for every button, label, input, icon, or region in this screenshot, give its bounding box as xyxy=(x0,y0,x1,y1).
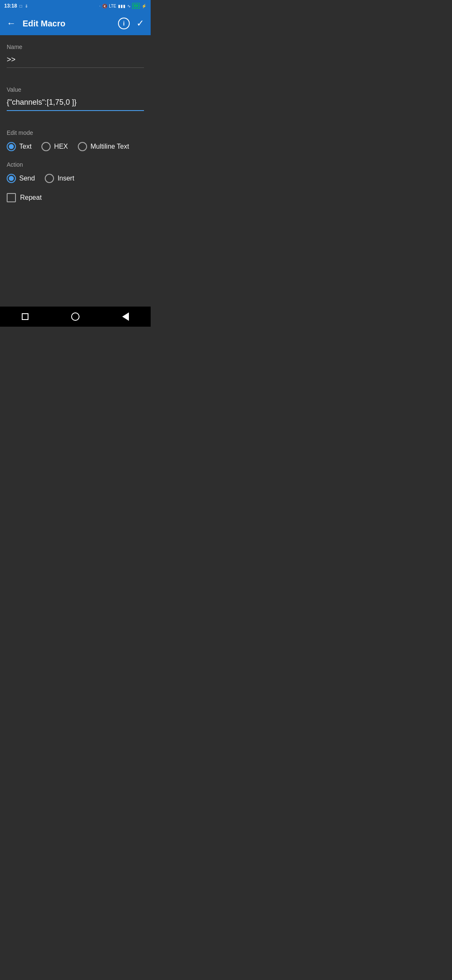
edit-mode-text-label: Text xyxy=(19,143,31,150)
edit-mode-hex-radio[interactable] xyxy=(41,142,51,151)
action-section: Action Send Insert xyxy=(7,161,144,183)
name-section: Name xyxy=(7,44,144,78)
app-bar: ← Edit Macro i ✓ xyxy=(0,12,151,35)
form-content: Name Value Edit mode Text HEX Multiline … xyxy=(0,35,151,211)
page-title: Edit Macro xyxy=(23,19,111,28)
status-bar-right: ⋅ 🔇 LTE ▮▮▮ ∿ 99 ⚡ xyxy=(99,3,146,9)
nav-home-icon xyxy=(71,312,80,321)
name-label: Name xyxy=(7,44,144,50)
edit-mode-section: Edit mode Text HEX Multiline Text xyxy=(7,129,144,151)
nav-recents-icon xyxy=(22,313,28,320)
nav-back-button[interactable] xyxy=(117,308,134,325)
repeat-label: Repeat xyxy=(20,194,42,201)
info-button[interactable]: i xyxy=(118,18,130,29)
edit-mode-label: Edit mode xyxy=(7,129,144,136)
bluetooth-icon: ⋅ xyxy=(99,4,100,8)
value-input[interactable] xyxy=(7,96,144,111)
edit-mode-hex-label: HEX xyxy=(54,143,68,150)
charging-icon: ⚡ xyxy=(141,4,146,8)
nav-recents-button[interactable] xyxy=(17,308,33,325)
action-label: Action xyxy=(7,161,144,168)
download-icon: ⇓ xyxy=(25,4,28,8)
mute-icon: 🔇 xyxy=(102,4,107,8)
action-group: Send Insert xyxy=(7,174,144,183)
edit-mode-group: Text HEX Multiline Text xyxy=(7,142,144,151)
nav-home-button[interactable] xyxy=(67,308,84,325)
status-time: 13:18 xyxy=(4,3,17,9)
edit-mode-hex-option[interactable]: HEX xyxy=(41,142,68,151)
name-input[interactable] xyxy=(7,54,144,68)
action-send-option[interactable]: Send xyxy=(7,174,35,183)
status-bar-left: 13:18 □ ⇓ xyxy=(4,3,28,9)
action-send-radio[interactable] xyxy=(7,174,16,183)
repeat-checkbox[interactable] xyxy=(7,193,16,202)
status-bar: 13:18 □ ⇓ ⋅ 🔇 LTE ▮▮▮ ∿ 99 ⚡ xyxy=(0,0,151,12)
battery-icon: 99 xyxy=(132,3,140,9)
edit-mode-text-option[interactable]: Text xyxy=(7,142,31,151)
value-section: Value xyxy=(7,86,144,121)
nav-back-icon xyxy=(122,312,129,321)
repeat-checkbox-item[interactable]: Repeat xyxy=(7,193,144,202)
edit-mode-text-radio[interactable] xyxy=(7,142,16,151)
action-insert-option[interactable]: Insert xyxy=(45,174,74,183)
edit-mode-multiline-option[interactable]: Multiline Text xyxy=(78,142,129,151)
value-label: Value xyxy=(7,86,144,93)
db-icon: □ xyxy=(20,4,22,8)
confirm-button[interactable]: ✓ xyxy=(136,18,144,29)
action-insert-radio[interactable] xyxy=(45,174,54,183)
edit-mode-multiline-label: Multiline Text xyxy=(90,143,129,150)
edit-mode-multiline-radio[interactable] xyxy=(78,142,87,151)
nav-bar xyxy=(0,307,151,327)
action-insert-label: Insert xyxy=(57,175,74,182)
action-send-label: Send xyxy=(19,175,35,182)
signal-icon: ▮▮▮ xyxy=(118,4,126,8)
lte-icon: LTE xyxy=(109,4,116,8)
wifi-icon: ∿ xyxy=(127,4,131,8)
back-button[interactable]: ← xyxy=(7,18,16,29)
